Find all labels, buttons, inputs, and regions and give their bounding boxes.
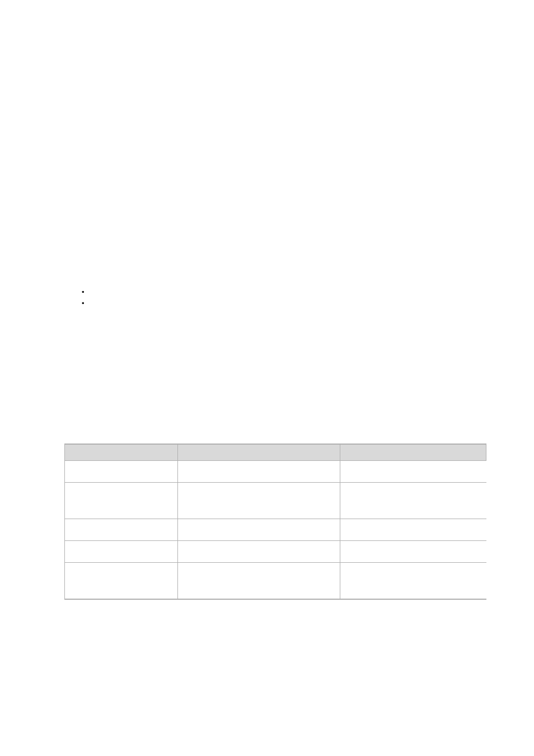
table-header-cell (178, 444, 340, 461)
table-cell (65, 541, 178, 563)
table-cell (178, 541, 340, 563)
bullet-icon: • (82, 298, 87, 309)
table-row (65, 483, 486, 519)
data-table-wrap (64, 444, 486, 600)
table-cell (178, 483, 340, 519)
table-cell (340, 461, 486, 483)
list-item: • (82, 287, 485, 298)
table-cell (65, 519, 178, 541)
table-header-row (65, 444, 486, 461)
table-cell (340, 483, 486, 519)
bullet-icon: • (82, 287, 87, 298)
table-row (65, 519, 486, 541)
table-cell (340, 519, 486, 541)
document-page: • • (0, 0, 534, 756)
table-cell (340, 563, 486, 600)
table-header-cell (65, 444, 178, 461)
table-cell (65, 563, 178, 600)
table-cell (340, 541, 486, 563)
table-cell (178, 563, 340, 600)
list-item: • (82, 298, 485, 309)
table-cell (178, 461, 340, 483)
table-header-cell (340, 444, 486, 461)
table-cell (65, 483, 178, 519)
data-table (64, 444, 486, 600)
table-row (65, 541, 486, 563)
table-row (65, 563, 486, 600)
table-cell (65, 461, 178, 483)
table-row (65, 461, 486, 483)
bullet-list: • • (82, 287, 485, 309)
table-cell (178, 519, 340, 541)
